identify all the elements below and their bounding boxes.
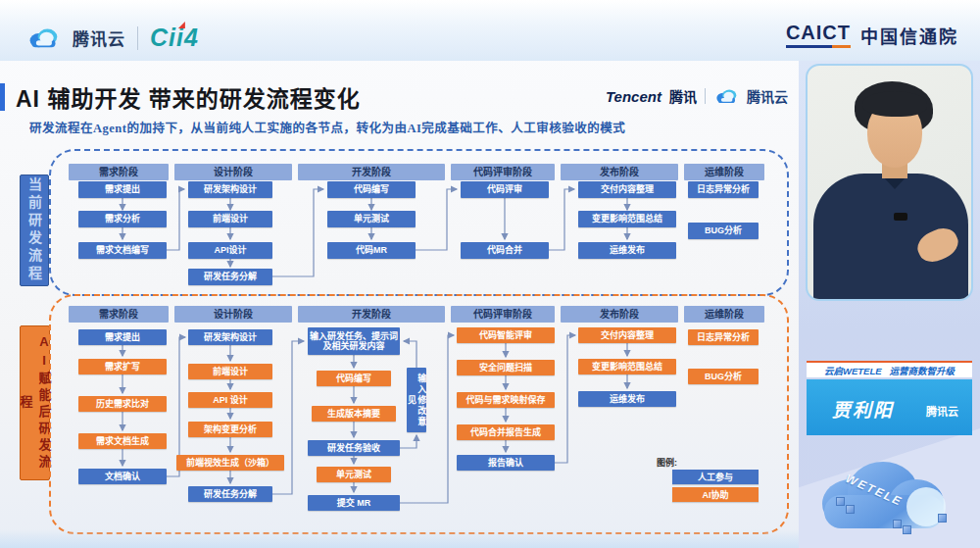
- phase-header: 代码评审阶段: [451, 306, 555, 323]
- flow-node: 代码编写: [317, 371, 391, 386]
- flow-node: API设计: [188, 242, 272, 259]
- speaker-name: 贾利阳: [832, 395, 894, 422]
- slide-bottom-strip: [0, 529, 799, 548]
- flow-node: 报告确认: [457, 455, 555, 471]
- cube-decoration: [903, 525, 911, 534]
- flow-node: 运维发布: [578, 391, 676, 407]
- flow-node: 研发任务验收: [308, 440, 400, 456]
- flow-node: 代码合并报告生成: [457, 424, 555, 440]
- phase-header: 需求阶段: [69, 306, 169, 323]
- flow-node: 交付内容整理: [578, 327, 676, 343]
- current-flow-side-label: 当前研发流程: [20, 174, 49, 286]
- speaker-org: 腾讯云: [926, 403, 958, 419]
- phase-header: 设计阶段: [174, 306, 292, 323]
- ai-flow-side-label: AI赋能后研发流程: [20, 325, 50, 480]
- cube-decoration: [846, 505, 855, 514]
- caict-logo: CAICT: [786, 22, 851, 48]
- page-subtitle: 研发流程在Agent的加持下，从当前纯人工实施的各节点，转化为由AI完成基础工作…: [29, 118, 794, 136]
- flow-node: 前端设计: [188, 364, 272, 379]
- flow-node: 研发架构设计: [188, 329, 272, 345]
- phase-header: 设计阶段: [174, 164, 292, 180]
- speaker-video: [806, 64, 973, 301]
- flow-node: 提交 MR: [308, 495, 400, 511]
- phase-header: 运维阶段: [684, 306, 764, 323]
- tencent-cloud-icon: [713, 87, 739, 105]
- flow-node: 运维发布: [578, 242, 676, 259]
- tencent-cn-logo: 腾讯: [669, 86, 697, 106]
- topbar-right-logos: CAICT 中国信通院: [786, 22, 958, 48]
- cube-decoration: [836, 497, 845, 506]
- flow-node: 代码与需求映射保存: [457, 392, 555, 408]
- flow-node: 代码智能评审: [457, 327, 555, 343]
- tencent-logo: Tencent: [606, 88, 662, 105]
- flow-node: 安全问题扫描: [457, 360, 555, 375]
- legend-human-chip: 人工参与: [672, 470, 759, 484]
- legend-ai-chip: AI协助: [672, 487, 759, 502]
- flow-node: 文档确认: [78, 469, 167, 484]
- flow-node: 前端设计: [188, 211, 272, 227]
- flow-node: 代码合并: [461, 242, 549, 259]
- flow-node: 代码评审: [461, 181, 549, 198]
- event-banner-slogan: 运营商数智升级: [890, 364, 956, 377]
- event-banner-brand: 云启WETELE: [824, 364, 882, 377]
- flow-node: 输入研发任务、提示词及相关研发内容: [308, 327, 400, 355]
- flow-node: 变更影响范围总结: [578, 359, 676, 374]
- phase-header: 发布阶段: [561, 306, 678, 323]
- flow-node: 前端视效生成（沙箱）: [176, 455, 284, 471]
- flow-node: 单元测试: [327, 211, 416, 227]
- phase-header: 发布阶段: [561, 164, 678, 180]
- tencent-cloud-wordmark: 腾讯云: [73, 25, 125, 50]
- top-bar: 腾讯云 Cii4 CAICT 中国信通院: [0, 0, 980, 61]
- phase-header: 开发阶段: [298, 306, 445, 323]
- speaker-namecard: 贾利阳 腾讯云: [807, 379, 972, 435]
- flow-node: 研发任务分解: [188, 269, 272, 285]
- tencent-cloud-wordmark: 腾讯云: [747, 86, 788, 106]
- flow-node: 研发任务分解: [188, 486, 272, 502]
- ai-flow-chart: 需求阶段 设计阶段 开发阶段 代码评审阶段 发布阶段 运维阶段 需求提出 需求扩…: [49, 294, 789, 534]
- tencent-cloud-icon: [25, 25, 61, 50]
- title-row-logos: Tencent 腾讯 腾讯云: [606, 86, 788, 106]
- phase-header: 代码评审阶段: [451, 164, 555, 180]
- flow-node: 生成版本摘要: [312, 406, 396, 422]
- current-flow-chart: 需求阶段 设计阶段 开发阶段 代码评审阶段 发布阶段 运维阶段 需求提出 需求分…: [49, 149, 789, 296]
- flow-node: API 设计: [188, 392, 272, 408]
- caict-cn-wordmark: 中国信通院: [860, 23, 958, 48]
- cube-decoration: [893, 520, 902, 528]
- screenshot-root: 腾讯云 Cii4 CAICT 中国信通院 AI 辅助开发 带来的研发流程变化 研…: [0, 0, 980, 548]
- flow-node: 需求提出: [78, 181, 167, 198]
- flow-node: 需求文档编写: [78, 242, 167, 259]
- flow-node: 研发架构设计: [188, 181, 272, 198]
- event-banner: 云启WETELE 运营商数智升级: [807, 361, 972, 377]
- flow-node: 历史需求比对: [78, 396, 167, 412]
- speaker-microphone: [894, 213, 907, 221]
- phase-header: 运维阶段: [684, 164, 764, 180]
- flow-node: BUG分析: [688, 369, 759, 384]
- speaker-panel: 云启WETELE 运营商数智升级 贾利阳 腾讯云 WETELE: [799, 61, 980, 548]
- cube-decoration: [938, 514, 947, 523]
- flow-node: 代码编写: [327, 181, 416, 198]
- page-title: AI 辅助开发 带来的研发流程变化: [16, 80, 361, 114]
- flow-node: 单元测试: [317, 467, 391, 482]
- flow-node: 交付内容整理: [578, 181, 676, 198]
- title-accent-bar: [0, 83, 5, 111]
- flow-node: 变更影响范围总结: [578, 211, 676, 227]
- phase-header: 开发阶段: [298, 164, 445, 180]
- feedback-node: 输入修改意见: [407, 368, 426, 432]
- flow-node: 需求扩写: [78, 359, 167, 374]
- legend-title: 图例:: [657, 456, 677, 469]
- topbar-divider: [137, 26, 138, 50]
- flow-node: 需求提出: [78, 329, 167, 345]
- title-logo-divider: [705, 88, 706, 104]
- flow-node: 需求文档生成: [78, 433, 167, 449]
- topbar-left-logos: 腾讯云 Cii4: [25, 24, 199, 52]
- flow-node: 架构变更分析: [188, 422, 272, 437]
- flow-node: 需求分析: [78, 211, 167, 227]
- speaker-fringe: [862, 91, 927, 117]
- flow-node: 日志异常分析: [688, 181, 759, 198]
- flow-node: 代码MR: [327, 242, 416, 259]
- flow-node: 日志异常分析: [688, 329, 759, 345]
- phase-header: 需求阶段: [69, 164, 169, 180]
- flow-node: BUG分析: [688, 223, 759, 239]
- cii4-logo: Cii4: [150, 24, 199, 52]
